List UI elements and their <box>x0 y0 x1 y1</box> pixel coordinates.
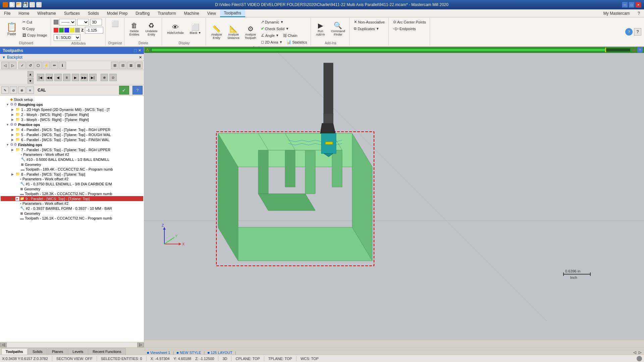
tree-item-op7d[interactable]: ▬ Toolpath - 189.4K - CCCACCTI2.NC - Pro… <box>1 167 143 172</box>
duplicates-button[interactable]: ⧉ Duplicates▼ <box>352 25 386 32</box>
tree-hscrollbar[interactable]: ◁ ▷ <box>0 342 144 347</box>
prev-button[interactable]: ◀ <box>54 74 62 81</box>
nav-down-button[interactable]: ▼ <box>28 78 34 84</box>
select-all-button[interactable]: ✓ <box>18 62 26 69</box>
play-button[interactable]: ▶ <box>72 74 79 81</box>
cal-icon-4[interactable]: ≡ <box>26 86 34 94</box>
camera-btn-1[interactable]: ⊕ <box>101 74 108 81</box>
progress-track[interactable] <box>151 48 630 52</box>
cal-icon-2[interactable]: ⊘ <box>10 86 17 94</box>
minimize-button[interactable]: ─ <box>622 2 628 8</box>
tree-item-op3[interactable]: ▶ 📁 3 - Morph - [WCS: Right] - [Tplane: … <box>1 117 143 122</box>
tree-item-op8c[interactable]: ◼ Geometry <box>1 186 143 191</box>
color-swatch-2[interactable] <box>59 28 64 33</box>
tree-item-op8d[interactable]: ▬ Toolpath - 128.3K - CCCACCTI2.NC - Pro… <box>1 191 143 196</box>
tree-item-practice-ops[interactable]: ▼ ⚙ ⚙ Practice ops <box>1 122 143 127</box>
edit-button[interactable]: ✏ <box>51 62 58 69</box>
tab-solids[interactable]: Solids <box>28 348 47 355</box>
color-swatch-5[interactable] <box>75 28 80 33</box>
check-solid-button[interactable]: ✔ Check Solid▼ <box>259 25 309 32</box>
tree-item-op4[interactable]: ▶ 📁 4 - Parallel - [WCS: Top] - [Tplane:… <box>1 127 143 132</box>
analyze-distance-button[interactable]: 📐 AnalyzeDistance <box>225 22 242 42</box>
solid-select[interactable]: 5 : SOLID <box>54 34 80 41</box>
viewport-nav-left[interactable]: ◁ <box>633 350 636 355</box>
cal-icon-1[interactable]: ✎ <box>1 86 9 94</box>
cut-button[interactable]: ✂ Cut <box>21 19 49 25</box>
fast-fwd-button[interactable]: ▶▶ <box>80 74 88 81</box>
tab-toolpaths[interactable]: Toolpaths <box>1 348 28 355</box>
color-swatch-3[interactable] <box>64 28 69 33</box>
command-finder-button[interactable]: 🔍 CommandFinder <box>329 19 347 39</box>
viewsheet-btn[interactable]: ■ Viewsheet 1 <box>147 351 170 355</box>
line-width-select[interactable] <box>77 19 89 25</box>
progress-cursor[interactable] <box>605 48 606 52</box>
high-feed-button[interactable]: ⚡ <box>43 62 50 69</box>
panel-resize-left[interactable]: ◁ <box>1 62 9 69</box>
analyze-toolpath-button[interactable]: ⚙ AnalyzeToolpath <box>243 22 259 42</box>
tab-levels[interactable]: Levels <box>68 348 88 355</box>
tab-recent-functions[interactable]: Recent Functions <box>88 348 126 355</box>
menu-toolpaths[interactable]: Toolpaths <box>220 9 245 17</box>
panel-resize-right[interactable]: ▷ <box>9 62 16 69</box>
blank-button[interactable]: ⬜ Blank ▼ <box>187 19 204 39</box>
panel-resize-button[interactable]: ⬚ <box>133 48 137 53</box>
tree-item-op9c[interactable]: ◼ Geometry <box>1 211 143 216</box>
menu-solids[interactable]: Solids <box>84 9 103 17</box>
arc-center-button[interactable]: ⊙ Arc Center Points <box>391 19 428 25</box>
non-assoc-button[interactable]: ✕ Non-Associative <box>352 19 386 25</box>
menu-file[interactable]: File <box>0 9 14 17</box>
hide-unhide-button[interactable]: 👁 Hide/Unhide <box>165 19 186 39</box>
tree-item-op1[interactable]: ▶ 📁 1 - 2D High Speed (2D Dynamic Mill) … <box>1 107 143 112</box>
line-style-control[interactable]: ───── <box>54 19 76 25</box>
extra-btn-4[interactable]: ▤ <box>135 62 143 69</box>
tree-item-op9[interactable]: ▶ ▶ 📁 9 - Parallel - [WCS: Top] - [Tplan… <box>1 196 143 201</box>
close-button[interactable]: ✕ <box>635 2 641 8</box>
organize-button-1[interactable]: ⬜ <box>108 19 122 29</box>
menu-wireframe[interactable]: Wireframe <box>33 9 60 17</box>
color-swatch-1[interactable] <box>54 28 58 33</box>
backplot-close-button[interactable]: ✕ <box>139 55 142 60</box>
run-addin-button[interactable]: ▶ RunAdd-In <box>314 19 327 39</box>
z-value-input[interactable] <box>85 27 103 34</box>
panel-close-button[interactable]: ✕ <box>138 48 141 53</box>
line-color-swatch[interactable] <box>54 20 58 24</box>
tree-item-finishing-ops[interactable]: ▼ ⚙ ⚙ Finishing ops <box>1 142 143 147</box>
menu-drafting[interactable]: Drafting <box>131 9 154 17</box>
skip-back-button[interactable]: |◀ <box>37 74 44 81</box>
menu-home[interactable]: Home <box>14 9 33 17</box>
tree-item-op9a[interactable]: ▪ Parameters - Work offset #2 <box>1 201 143 206</box>
copy-image-button[interactable]: 🖼 Copy Image <box>21 32 49 38</box>
layout-btn[interactable]: ■ 125 LAYOUT <box>207 351 232 355</box>
menu-surfaces[interactable]: Surfaces <box>60 9 84 17</box>
viewport[interactable]: ⚠ ⚠ ? <box>144 47 644 347</box>
tree-item-op8a[interactable]: ▪ Parameters - Work offset #2 <box>1 177 143 181</box>
viewport-nav-right[interactable]: ▷ <box>639 350 641 355</box>
undelete-button[interactable]: ♻ UndeleteEntity <box>143 19 160 39</box>
3d-toggle[interactable] <box>90 19 102 25</box>
backplot-progress-bar[interactable]: ⚠ ⚠ ? <box>144 47 644 53</box>
menu-model-prep[interactable]: Model Prep <box>103 9 131 17</box>
statistics-button[interactable]: 📊 Statistics <box>285 39 309 45</box>
step-back-button[interactable]: ◀◀ <box>46 74 53 81</box>
3d-viewport[interactable]: X Z Y 0.6396 in Inch <box>144 53 644 347</box>
tree-item-op7a[interactable]: ▪ Parameters - Work offset #2 <box>1 152 143 157</box>
post-button[interactable]: ⬡ <box>35 62 42 69</box>
2d-area-button[interactable]: ◻ 2D Area▼ <box>259 39 284 45</box>
confirm-button[interactable]: ✓ <box>119 86 129 95</box>
tree-item-op7c[interactable]: ◼ Geometry <box>1 162 143 167</box>
tree-item-op6[interactable]: ▶ 📁 6 - Parallel - [WCS: Top] - [Tplane:… <box>1 137 143 142</box>
chain-button[interactable]: ⛓ Chain <box>281 32 299 39</box>
tree-item-op9d[interactable]: ▬ Toolpath - 126.1K - CCCACCTI2.NC - Pro… <box>1 216 143 221</box>
maximize-button[interactable]: □ <box>629 2 635 8</box>
qat-new-icon[interactable]: 📄 <box>9 2 15 7</box>
endpoints-button[interactable]: ◁▷ Endpoints <box>391 25 428 32</box>
line-style-select[interactable]: ───── <box>59 19 76 25</box>
tree-item-op7b[interactable]: 🔧 #10 - 0.5000 BALL ENDMILL - 1/2 BALL E… <box>1 157 143 162</box>
question-button[interactable]: ? <box>625 28 633 36</box>
help-button[interactable]: ? <box>634 28 641 36</box>
skip-fwd-button[interactable]: ▶| <box>89 74 97 81</box>
style-btn[interactable]: ■ NEW STYLE <box>176 351 201 355</box>
help-cal-button[interactable]: ? <box>132 86 143 95</box>
cal-icon-3[interactable]: ⊗ <box>18 86 25 94</box>
tree-item-op8b[interactable]: 🔧 #1 - 0.3750 BULL ENDMILL - 3/8 DIA CAR… <box>1 181 143 186</box>
